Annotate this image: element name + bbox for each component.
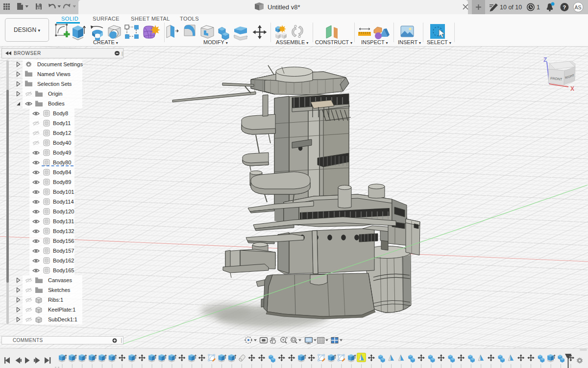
svg-text:1: 1 bbox=[537, 4, 540, 11]
svg-text:?: ? bbox=[563, 4, 566, 10]
svg-text:BROWSER: BROWSER bbox=[14, 51, 41, 56]
svg-text:AS: AS bbox=[575, 4, 582, 10]
svg-text:10 of 10: 10 of 10 bbox=[500, 4, 522, 11]
svg-text:||: || bbox=[122, 51, 123, 56]
svg-text:X: X bbox=[570, 85, 574, 92]
svg-text:Untitled v8*: Untitled v8* bbox=[268, 3, 300, 11]
